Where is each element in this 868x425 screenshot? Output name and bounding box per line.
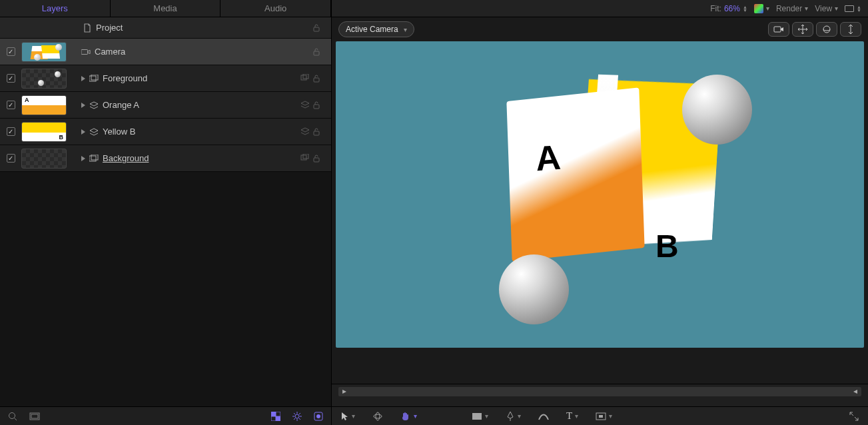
- pen-tool[interactable]: ▾: [506, 411, 521, 422]
- svg-rect-41: [472, 413, 482, 420]
- layer-row-orange-a[interactable]: ✓ Orange A: [0, 92, 331, 119]
- layer-row-camera[interactable]: ✓ Camera: [0, 39, 331, 65]
- visibility-checkbox[interactable]: ✓: [7, 154, 15, 163]
- chevron-down-icon: ▾: [404, 26, 407, 33]
- svg-rect-43: [599, 415, 603, 418]
- orbit-3d-button[interactable]: [816, 22, 837, 37]
- stack-icon: [89, 127, 99, 137]
- pass-through-icon[interactable]: [300, 154, 310, 163]
- layer-row-yellow-b[interactable]: ✓ Yellow B: [0, 119, 331, 145]
- project-label: Project: [96, 23, 123, 33]
- aspect-dropdown[interactable]: ▲▼: [845, 5, 861, 12]
- mask-icon[interactable]: [314, 412, 323, 421]
- layer-name: Camera: [95, 47, 125, 57]
- color-channel-dropdown[interactable]: ▾: [754, 4, 769, 13]
- lock-icon[interactable]: [312, 74, 322, 83]
- document-icon: [83, 23, 92, 33]
- pan-3d-button[interactable]: [792, 22, 813, 37]
- lock-icon[interactable]: [312, 23, 322, 33]
- layer-thumbnail: [21, 149, 67, 169]
- viewer-subbar: Active Camera ▾: [332, 17, 868, 41]
- stepper-icon: ▲▼: [743, 5, 747, 12]
- tab-layers[interactable]: Layers: [0, 0, 111, 17]
- canvas-card-a: [506, 87, 644, 261]
- lock-icon[interactable]: [312, 101, 322, 110]
- layer-thumbnail: [21, 95, 67, 115]
- camera-dropdown[interactable]: Active Camera ▾: [338, 21, 414, 37]
- search-icon[interactable]: [8, 412, 17, 421]
- layers-panel: Layers Media Audio Project ✓: [0, 0, 332, 425]
- timeline-track[interactable]: ▸ ◂: [338, 387, 861, 396]
- blend-icon[interactable]: [300, 127, 310, 137]
- fit-value: 66%: [724, 4, 740, 13]
- gear-icon[interactable]: [292, 412, 302, 421]
- visibility-checkbox[interactable]: ✓: [7, 74, 15, 83]
- svg-line-29: [299, 418, 300, 420]
- dolly-3d-button[interactable]: [840, 22, 861, 37]
- disclosure-triangle[interactable]: [81, 76, 85, 81]
- lock-icon[interactable]: [312, 127, 322, 137]
- disclosure-triangle[interactable]: [81, 129, 85, 135]
- blend-icon[interactable]: [300, 101, 310, 110]
- svg-line-30: [299, 413, 300, 414]
- group-icon: [89, 74, 99, 83]
- camera-icon: [81, 47, 91, 57]
- mini-timeline[interactable]: ▸ ◂: [332, 384, 868, 406]
- fit-control[interactable]: Fit: 66% ▲▼: [710, 4, 747, 13]
- text-tool[interactable]: T▾: [566, 410, 578, 422]
- project-row[interactable]: Project: [0, 17, 331, 39]
- rectangle-tool[interactable]: ▾: [472, 412, 488, 420]
- checker-toggle-icon[interactable]: [271, 412, 280, 421]
- svg-rect-7: [314, 78, 319, 82]
- svg-rect-14: [314, 158, 319, 162]
- visibility-checkbox[interactable]: ✓: [7, 101, 15, 109]
- select-tool[interactable]: ▾: [341, 412, 355, 421]
- view-dropdown[interactable]: View ▾: [815, 4, 838, 13]
- layer-list[interactable]: Project ✓ Camera: [0, 17, 331, 406]
- svg-point-15: [9, 412, 15, 418]
- layer-name: Yellow B: [103, 127, 135, 137]
- tab-audio[interactable]: Audio: [220, 0, 331, 17]
- svg-rect-20: [276, 416, 280, 421]
- mask-tool[interactable]: ▾: [596, 412, 612, 420]
- chevron-down-icon: ▾: [805, 5, 808, 12]
- 3d-transform-tool[interactable]: [372, 411, 383, 422]
- panel-tabs: Layers Media Audio: [0, 0, 331, 17]
- svg-rect-10: [89, 156, 96, 161]
- svg-rect-22: [271, 416, 276, 421]
- layer-row-foreground[interactable]: ✓ Foreground: [0, 65, 331, 92]
- disclosure-triangle[interactable]: [81, 103, 85, 108]
- frame-icon[interactable]: [29, 412, 40, 420]
- layer-name: Orange A: [103, 100, 139, 110]
- visibility-checkbox[interactable]: ✓: [7, 127, 15, 136]
- layer-thumbnail: [21, 42, 67, 62]
- svg-rect-12: [301, 155, 306, 160]
- pass-through-icon[interactable]: [300, 74, 310, 83]
- svg-rect-11: [91, 155, 98, 160]
- visibility-checkbox[interactable]: ✓: [7, 47, 15, 56]
- stepper-icon: ▲▼: [857, 5, 861, 12]
- canvas[interactable]: A B: [336, 41, 864, 348]
- hand-tool[interactable]: ▾: [400, 411, 417, 422]
- expand-icon[interactable]: [849, 412, 859, 421]
- layer-name: Foreground: [103, 73, 147, 83]
- view-label: View: [815, 4, 832, 13]
- viewer-topbar: Fit: 66% ▲▼ ▾ Render ▾ View ▾ ▲▼: [332, 0, 868, 17]
- svg-rect-5: [301, 75, 306, 80]
- playhead-end-icon[interactable]: ◂: [853, 386, 857, 396]
- svg-rect-0: [314, 27, 319, 31]
- playhead-start-icon[interactable]: ▸: [342, 386, 346, 396]
- layer-row-background[interactable]: ✓ Background: [0, 145, 331, 172]
- lock-icon[interactable]: [312, 154, 322, 163]
- frame-camera-button[interactable]: [768, 22, 789, 37]
- sidebar-footer: [0, 406, 331, 425]
- paint-stroke-tool[interactable]: [538, 412, 549, 421]
- canvas-sphere-bottom: [499, 254, 569, 324]
- camera-dropdown-label: Active Camera: [346, 25, 398, 34]
- lock-icon[interactable]: [312, 47, 322, 57]
- tab-media[interactable]: Media: [111, 0, 221, 17]
- disclosure-triangle[interactable]: [81, 156, 85, 161]
- stack-icon: [89, 101, 99, 110]
- svg-point-23: [295, 414, 299, 418]
- render-dropdown[interactable]: Render ▾: [776, 4, 808, 13]
